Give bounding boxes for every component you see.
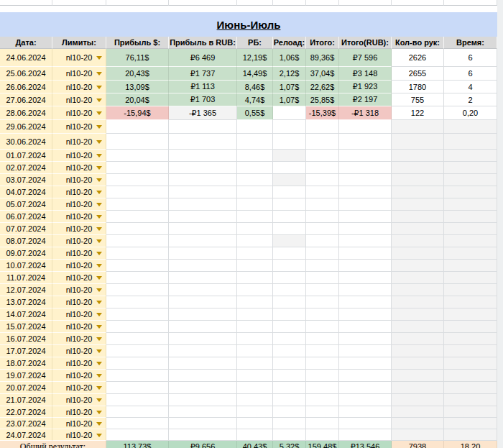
cell-profit-usd[interactable]: [106, 296, 169, 308]
cell-rb[interactable]: [237, 272, 273, 284]
cell-rb[interactable]: [237, 370, 273, 382]
cell-time[interactable]: [444, 357, 497, 370]
cell-profit-rub[interactable]: [169, 321, 237, 333]
cell-total-rub[interactable]: [339, 357, 392, 370]
header-total[interactable]: Итого:: [306, 37, 339, 49]
limit-dropdown-cell[interactable]: nl10-20: [52, 223, 106, 235]
cell-rb[interactable]: [237, 223, 273, 235]
cell-rb[interactable]: [237, 321, 273, 333]
dropdown-arrow-icon[interactable]: [96, 125, 102, 129]
limit-dropdown-cell[interactable]: nl10-20: [52, 106, 106, 120]
limit-dropdown-cell[interactable]: nl10-20: [52, 49, 106, 67]
cell-profit-usd[interactable]: [106, 333, 169, 345]
cell-hands[interactable]: 755: [392, 93, 444, 106]
cell-hands[interactable]: [392, 357, 444, 370]
cell-total[interactable]: [306, 198, 339, 211]
cell-total[interactable]: [306, 284, 339, 296]
limit-dropdown-cell[interactable]: nl10-20: [52, 174, 106, 186]
cell-total[interactable]: [306, 120, 339, 134]
cell-profit-rub[interactable]: [169, 174, 237, 186]
cell-rb[interactable]: 0,55$: [237, 106, 273, 120]
cell-reload[interactable]: 1,06$: [273, 49, 306, 67]
cell-rb[interactable]: [237, 162, 273, 174]
limit-dropdown-cell[interactable]: nl10-20: [52, 93, 106, 106]
cell-total[interactable]: [306, 418, 339, 429]
limit-dropdown-cell[interactable]: nl10-20: [52, 120, 106, 134]
dropdown-arrow-icon[interactable]: [96, 239, 102, 243]
limit-dropdown-cell[interactable]: nl10-20: [52, 308, 106, 321]
cell-hands[interactable]: [392, 382, 444, 394]
cell-date[interactable]: 02.07.2024: [0, 162, 52, 174]
cell-date[interactable]: 28.06.2024: [0, 106, 52, 120]
cell-date[interactable]: 26.06.2024: [0, 81, 52, 93]
cell-profit-usd[interactable]: [106, 418, 169, 429]
cell-total[interactable]: [306, 247, 339, 260]
cell-profit-usd[interactable]: [106, 345, 169, 357]
cell-reload[interactable]: [273, 150, 306, 162]
cell-rb[interactable]: [237, 235, 273, 247]
cell-hands[interactable]: [392, 198, 444, 211]
cell-total-rub[interactable]: [339, 223, 392, 235]
cell-time[interactable]: [444, 382, 497, 394]
dropdown-arrow-icon[interactable]: [96, 337, 102, 341]
cell-rb[interactable]: 8,46$: [237, 81, 273, 93]
cell-date[interactable]: 18.07.2024: [0, 357, 52, 370]
cell-time[interactable]: [444, 134, 497, 150]
cell-date[interactable]: 17.07.2024: [0, 345, 52, 357]
dropdown-arrow-icon[interactable]: [96, 301, 102, 304]
limit-dropdown-cell[interactable]: nl10-20: [52, 429, 106, 441]
cell-total-rub[interactable]: [339, 247, 392, 260]
limit-dropdown-cell[interactable]: nl10-20: [52, 284, 106, 296]
cell-time[interactable]: 6: [444, 67, 497, 81]
cell-time[interactable]: [444, 198, 497, 211]
cell-total[interactable]: 89,36$: [306, 49, 339, 67]
cell-date[interactable]: 24.07.2024: [0, 429, 52, 441]
limit-dropdown-cell[interactable]: nl10-20: [52, 382, 106, 394]
cell-total-rub[interactable]: [339, 308, 392, 321]
cell-profit-rub[interactable]: [169, 223, 237, 235]
cell-profit-usd[interactable]: [106, 260, 169, 272]
header-profit-usd[interactable]: Прибыль $:: [106, 37, 169, 49]
cell-profit-rub[interactable]: [169, 186, 237, 198]
header-date[interactable]: Дата:: [0, 37, 52, 49]
cell-time[interactable]: [444, 150, 497, 162]
cell-date[interactable]: 19.07.2024: [0, 370, 52, 382]
limit-dropdown-cell[interactable]: nl10-20: [52, 370, 106, 382]
cell-hands[interactable]: [392, 223, 444, 235]
cell-profit-rub[interactable]: [169, 370, 237, 382]
cell-profit-rub[interactable]: [169, 198, 237, 211]
cell-rb[interactable]: [237, 260, 273, 272]
cell-hands[interactable]: [392, 247, 444, 260]
cell-profit-rub[interactable]: ₽1 703: [169, 93, 237, 106]
header-time[interactable]: Время:: [444, 37, 497, 49]
total-total[interactable]: 159,48$: [306, 441, 339, 448]
limit-dropdown-cell[interactable]: nl10-20: [52, 260, 106, 272]
cell-profit-rub[interactable]: [169, 429, 237, 441]
cell-date[interactable]: 08.07.2024: [0, 235, 52, 247]
cell-date[interactable]: 13.07.2024: [0, 296, 52, 308]
limit-dropdown-cell[interactable]: nl10-20: [52, 134, 106, 150]
cell-total-rub[interactable]: [339, 174, 392, 186]
cell-reload[interactable]: [273, 333, 306, 345]
cell-time[interactable]: [444, 394, 497, 406]
cell-time[interactable]: [444, 272, 497, 284]
cell-total[interactable]: [306, 211, 339, 223]
cell-reload[interactable]: 2,12$: [273, 67, 306, 81]
limit-dropdown-cell[interactable]: nl10-20: [52, 418, 106, 429]
cell-reload[interactable]: [273, 284, 306, 296]
cell-total-rub[interactable]: [339, 198, 392, 211]
sheet-title-band[interactable]: Июнь-Июль: [0, 12, 497, 37]
total-label[interactable]: Общий результат:: [0, 441, 106, 448]
dropdown-arrow-icon[interactable]: [96, 349, 102, 353]
cell-profit-usd[interactable]: [106, 223, 169, 235]
cell-hands[interactable]: [392, 296, 444, 308]
cell-rb[interactable]: [237, 357, 273, 370]
cell-hands[interactable]: [392, 370, 444, 382]
cell-date[interactable]: 04.07.2024: [0, 186, 52, 198]
cell-total[interactable]: [306, 235, 339, 247]
cell-total[interactable]: [306, 345, 339, 357]
cell-profit-rub[interactable]: [169, 235, 237, 247]
cell-total[interactable]: [306, 357, 339, 370]
cell-reload[interactable]: [273, 106, 306, 120]
cell-total[interactable]: [306, 406, 339, 418]
